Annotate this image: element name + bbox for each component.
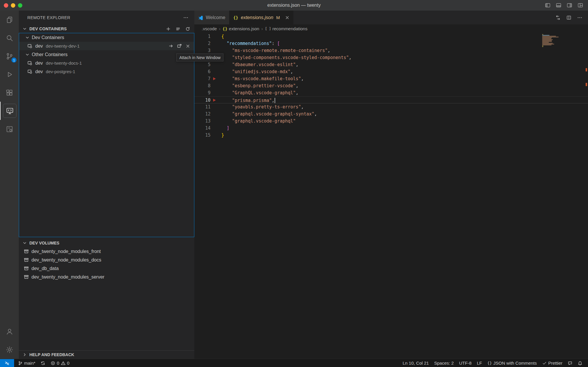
volume-item[interactable]: dev_twenty_node_modules_server <box>19 273 194 281</box>
volume-icon <box>24 274 29 279</box>
volume-item[interactable]: dev_twenty_node_modules_front <box>19 247 194 256</box>
open-changes-icon[interactable] <box>555 15 561 20</box>
code-line[interactable]: 3 "ms-vscode-remote.remote-containers", <box>194 47 588 54</box>
breadcrumb-file[interactable]: {} extensions.json <box>223 26 259 31</box>
activity-accounts[interactable] <box>0 322 19 341</box>
container-description: dev-twenty-dev-1 <box>46 43 80 48</box>
cursor-position-status[interactable]: Ln 10, Col 21 <box>400 361 431 366</box>
chevron-down-icon <box>22 26 27 31</box>
code-line[interactable]: 5 "dbaeumer.vscode-eslint", <box>194 61 588 68</box>
section-label: DEV CONTAINERS <box>29 26 67 31</box>
more-actions-icon[interactable] <box>183 15 188 20</box>
code-line[interactable]: 4 "styled-components.vscode-styled-compo… <box>194 54 588 61</box>
code-line[interactable]: 15} <box>194 132 588 139</box>
code-line[interactable]: 14 ] <box>194 125 588 132</box>
split-editor-icon[interactable] <box>566 15 572 20</box>
customize-layout-icon[interactable] <box>577 2 583 8</box>
tree-item-dev-twenty-docs-1[interactable]: dev dev-twenty-docs-1 <box>19 59 194 67</box>
toggle-secondary-sidebar-icon[interactable] <box>567 2 572 8</box>
bell-icon <box>578 361 582 366</box>
notifications-status[interactable] <box>575 361 585 366</box>
close-icon[interactable] <box>186 44 190 48</box>
code-line[interactable]: 10 "prisma.prisma", <box>194 96 588 103</box>
activity-containers[interactable] <box>0 120 19 138</box>
problems-status[interactable]: 0 0 <box>48 361 72 366</box>
warnings-icon <box>61 361 66 366</box>
tab-extensions-json[interactable]: {} extensions.json M <box>229 11 294 24</box>
line-number: 5 <box>194 61 211 68</box>
tree-group-dev-containers[interactable]: Dev Containers <box>19 33 194 42</box>
code-line[interactable]: 13 "graphql.vscode-graphql" <box>194 118 588 125</box>
chevron-down-icon <box>25 52 30 57</box>
options-icon[interactable] <box>176 26 181 31</box>
error-count: 0 <box>57 361 59 366</box>
code-line[interactable]: 6 "unifiedjs.vscode-mdx", <box>194 68 588 75</box>
attach-icon[interactable] <box>168 43 173 48</box>
breadcrumb-vscode[interactable]: .vscode <box>202 26 217 31</box>
code-editor[interactable]: 1{2 "recommendations": [3 "ms-vscode-rem… <box>194 33 588 359</box>
containers-icon <box>6 125 14 133</box>
code-line[interactable]: 8 "esbenp.prettier-vscode", <box>194 82 588 89</box>
indentation-status[interactable]: Spaces: 2 <box>432 361 457 366</box>
code-line[interactable]: 7 "ms-vscode.makefile-tools", <box>194 75 588 82</box>
tree-item-dev-postgres-1[interactable]: dev dev-postgres-1 <box>19 67 194 76</box>
account-icon <box>6 328 14 336</box>
code-line[interactable]: 2 "recommendations": [ <box>194 40 588 47</box>
tooltip-attach-in-new-window: Attach in New Window <box>176 53 223 61</box>
activity-run-debug[interactable] <box>0 65 19 83</box>
activity-bar: 1 <box>0 11 19 359</box>
section-help-and-feedback[interactable]: HELP AND FEEDBACK <box>19 350 194 358</box>
refresh-icon[interactable] <box>185 26 190 31</box>
activity-settings[interactable] <box>0 341 19 359</box>
activity-remote-explorer[interactable] <box>0 102 19 120</box>
add-icon[interactable] <box>166 26 171 31</box>
tab-label: Welcome <box>206 15 225 20</box>
activity-extensions[interactable] <box>0 83 19 102</box>
attach-new-window-icon[interactable] <box>177 43 182 48</box>
close-window-button[interactable] <box>4 3 8 8</box>
code-text: "ms-vscode.makefile-tools", <box>221 75 304 82</box>
minimap[interactable] <box>542 34 567 47</box>
language-mode-status[interactable]: {} JSON with Comments <box>485 361 539 366</box>
tree-item-dev-twenty-dev-1[interactable]: dev dev-twenty-dev-1 <box>19 42 194 50</box>
more-actions-icon[interactable] <box>577 15 582 20</box>
volume-item[interactable]: dev_twenty_node_modules_docs <box>19 256 194 264</box>
volume-label: dev_db_data <box>31 266 59 271</box>
code-line[interactable]: 12 "graphql.vscode-graphql-syntax", <box>194 110 588 118</box>
toggle-primary-sidebar-icon[interactable] <box>545 2 551 8</box>
dev-volumes-header[interactable]: DEV VOLUMES <box>19 239 194 247</box>
remote-indicator[interactable]: >< <box>0 359 14 367</box>
minimize-window-button[interactable] <box>11 3 15 8</box>
feedback-status[interactable] <box>565 361 575 366</box>
run-debug-icon <box>6 71 14 78</box>
container-description: dev-twenty-docs-1 <box>46 61 82 66</box>
toggle-panel-icon[interactable] <box>556 2 562 8</box>
code-line[interactable]: 11 "yoavbls.pretty-ts-errors", <box>194 103 588 110</box>
group-label: Other Containers <box>32 52 68 57</box>
line-number: 13 <box>194 118 211 125</box>
zoom-window-button[interactable] <box>18 3 22 8</box>
code-text: "prisma.prisma", <box>221 97 275 104</box>
sync-status[interactable] <box>38 361 48 366</box>
activity-search[interactable] <box>0 29 19 47</box>
eol-status[interactable]: LF <box>474 361 485 366</box>
tree-group-other-containers[interactable]: Other Containers <box>19 50 194 59</box>
container-name: dev <box>35 61 43 66</box>
activity-explorer[interactable] <box>0 11 19 29</box>
breadcrumb-symbol[interactable]: [ ] recommendations <box>265 26 308 31</box>
tab-bar: Welcome {} extensions.json M <box>194 11 588 24</box>
code-text: "GraphQL.vscode-graphql", <box>221 89 298 96</box>
editor-actions <box>555 11 588 24</box>
encoding-status[interactable]: UTF-8 <box>456 361 474 366</box>
code-line[interactable]: 9 "GraphQL.vscode-graphql", <box>194 89 588 96</box>
formatter-status[interactable]: Prettier <box>539 361 565 366</box>
volume-icon <box>24 266 29 271</box>
text-cursor <box>275 98 275 103</box>
volume-item[interactable]: dev_db_data <box>19 264 194 273</box>
activity-source-control[interactable]: 1 <box>0 47 19 65</box>
section-dev-containers-header[interactable]: DEV CONTAINERS <box>19 25 194 33</box>
git-branch-status[interactable]: main* <box>15 361 38 366</box>
tab-welcome[interactable]: Welcome <box>194 11 229 24</box>
code-line[interactable]: 1{ <box>194 33 588 40</box>
close-tab-icon[interactable] <box>285 15 290 20</box>
